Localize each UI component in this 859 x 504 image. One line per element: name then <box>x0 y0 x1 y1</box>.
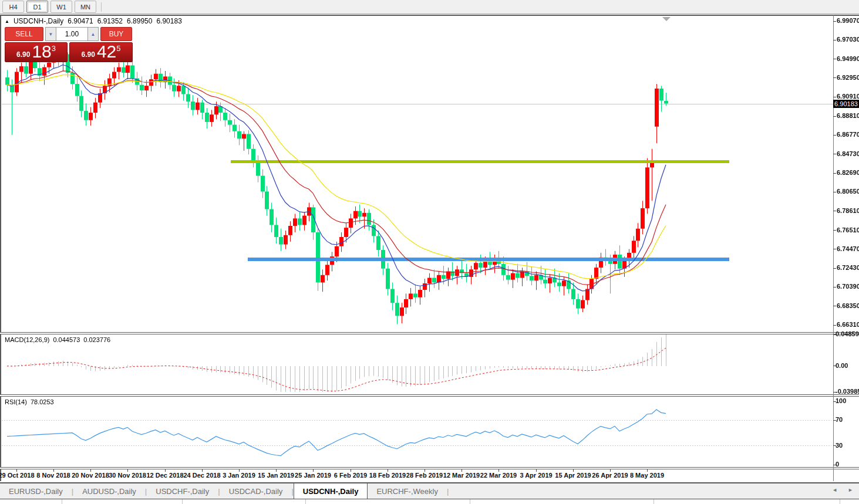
price-axis-label: 6.70390 <box>837 283 859 290</box>
chart-tab-usdcad[interactable]: USDCAD-,Daily <box>220 483 292 499</box>
price-axis-label: 6.66310 <box>837 321 859 328</box>
price-tick <box>833 268 836 269</box>
date-axis-label: 29 Oct 2018 <box>0 472 35 479</box>
tab-separator: | <box>447 487 449 496</box>
price-tick <box>833 97 836 97</box>
ohlc-high: 6.91352 <box>97 17 123 25</box>
price-axis-label: 6.88810 <box>837 112 859 119</box>
price-tick <box>833 116 836 117</box>
sell-price-box[interactable]: 6.90 18 3 <box>5 42 68 62</box>
price-macd-separator[interactable] <box>0 332 859 334</box>
timeframe-button-mn[interactable]: MN <box>75 1 96 13</box>
chart-tabbar: ◄ ► EURUSD-,Daily|AUDUSD-,Daily|USDCHF-,… <box>0 482 859 499</box>
price-tick <box>833 59 836 59</box>
rsi-dates-separator <box>0 467 859 469</box>
date-axis-label: 18 Feb 2019 <box>369 472 406 479</box>
rsi-scale-label: 70 <box>836 416 843 423</box>
volume-input[interactable] <box>56 27 87 41</box>
volume-increase-button[interactable]: ▲ <box>87 27 99 41</box>
date-axis-label: 20 Nov 2018 <box>72 472 109 479</box>
price-axis-label: 6.78610 <box>837 207 859 214</box>
volume-decrease-button[interactable]: ▼ <box>45 27 56 41</box>
price-axis-label: 6.80650 <box>837 188 859 195</box>
rsi-scale-label: 100 <box>836 397 846 404</box>
price-tick <box>833 173 836 174</box>
buy-price-pip: 5 <box>116 44 120 53</box>
macd-scale-label: -0.039856 <box>836 388 859 395</box>
timeframe-button-h4[interactable]: H4 <box>2 1 24 13</box>
chart-tab-eurusd[interactable]: EURUSD-,Daily <box>0 483 72 499</box>
date-axis-label: 3 Jan 2019 <box>223 472 255 479</box>
price-axis-label: 6.92950 <box>837 74 859 81</box>
date-axis-label: 25 Jan 2019 <box>295 472 331 479</box>
timeframe-toolbar: H4D1W1MN <box>0 0 859 14</box>
price-tick <box>833 249 836 249</box>
price-tick <box>833 154 836 154</box>
price-axis-label: 6.72430 <box>837 264 859 271</box>
date-axis-label: 24 Dec 2018 <box>184 472 221 479</box>
rsi-value: 78.0253 <box>31 398 54 405</box>
sell-price-prefix: 6.90 <box>16 50 30 59</box>
price-axis-label: 6.82690 <box>837 169 859 176</box>
price-tick <box>833 211 836 211</box>
collapse-chart-icon[interactable]: ▲ <box>5 19 9 24</box>
toolbar-separator <box>101 2 102 12</box>
price-tick <box>833 40 836 40</box>
price-axis-label: 6.84730 <box>837 150 859 157</box>
macd-scale-label: 0.00 <box>836 362 848 369</box>
tabs-scroll-left-button[interactable]: ◄ <box>832 487 837 493</box>
timeframe-button-d1[interactable]: D1 <box>26 1 48 13</box>
price-axis-label: 6.99070 <box>837 17 859 24</box>
rsi-label: RSI(14)78.0253 <box>5 398 58 405</box>
rsi-scale-label: 30 <box>836 442 843 449</box>
sell-price-pip: 3 <box>52 44 56 53</box>
price-chart-canvas[interactable] <box>0 15 833 469</box>
date-axis-label: 15 Jan 2019 <box>258 472 294 479</box>
macd-scale-label: 0.048594 <box>836 330 859 337</box>
ohlc-low: 6.89950 <box>127 17 152 25</box>
chart-tab-usdcnh[interactable]: USDCNH-,Daily <box>294 483 368 499</box>
chart-tab-usdchf[interactable]: USDCHF-,Daily <box>147 483 218 499</box>
chart-symbol-label: USDCNH-,Daily <box>14 17 63 25</box>
price-axis-label: 6.68350 <box>837 302 859 309</box>
buy-price-prefix: 6.90 <box>82 50 95 59</box>
price-tick <box>833 306 836 306</box>
price-tick <box>833 77 836 78</box>
buy-price-box[interactable]: 6.90 42 5 <box>69 42 133 62</box>
date-axis-label: 12 Mar 2019 <box>443 472 480 479</box>
docked-panel-separator <box>653 499 654 504</box>
price-axis-label: 6.76510 <box>837 226 859 234</box>
date-axis-label: 15 Apr 2019 <box>555 472 591 479</box>
docked-panel-separator <box>470 499 470 504</box>
price-axis-line[interactable] <box>833 15 834 481</box>
price-axis-label: 6.86770 <box>837 131 859 138</box>
date-axis-label: 12 Dec 2018 <box>147 472 184 479</box>
date-axis-label: 3 Apr 2019 <box>520 472 552 479</box>
price-tick <box>833 21 836 22</box>
docked-panel-separator <box>840 499 840 504</box>
ohlc-close: 6.90183 <box>156 17 181 25</box>
volume-stepper: ▼ ▲ <box>45 27 99 41</box>
sell-button[interactable]: SELL <box>5 27 43 41</box>
chart-tab-audusd[interactable]: AUDUSD-,Daily <box>73 483 145 499</box>
price-tick <box>833 287 836 287</box>
current-price-tag: 6.90183 <box>833 100 859 108</box>
macd-rsi-separator[interactable] <box>0 394 859 397</box>
date-axis-label: 28 Feb 2019 <box>406 472 443 479</box>
price-tick <box>833 135 836 136</box>
docked-panel-separator <box>305 499 306 504</box>
macd-label: MACD(12,26,9)0.0445730.023776 <box>5 336 114 343</box>
tabs-scroll-right-button[interactable]: ► <box>848 487 853 493</box>
chart-tab-eurchf[interactable]: EURCHF-,Weekly <box>368 483 447 499</box>
docked-panel-edge <box>0 499 859 504</box>
date-axis-label: 26 Apr 2019 <box>592 472 628 479</box>
terminal-window: H4D1W1MN ▲ USDCNH-,Daily 6.90471 6.91352… <box>0 0 859 504</box>
price-axis-label: 6.97030 <box>837 36 859 43</box>
timeframe-button-w1[interactable]: W1 <box>50 1 72 13</box>
docked-panel-separator <box>62 499 62 504</box>
date-axis-label: 8 Nov 2018 <box>36 472 70 479</box>
ohlc-open: 6.90471 <box>68 17 93 25</box>
price-tick <box>833 325 836 326</box>
buy-button[interactable]: BUY <box>100 27 132 41</box>
rsi-scale-label: 0 <box>836 461 839 468</box>
